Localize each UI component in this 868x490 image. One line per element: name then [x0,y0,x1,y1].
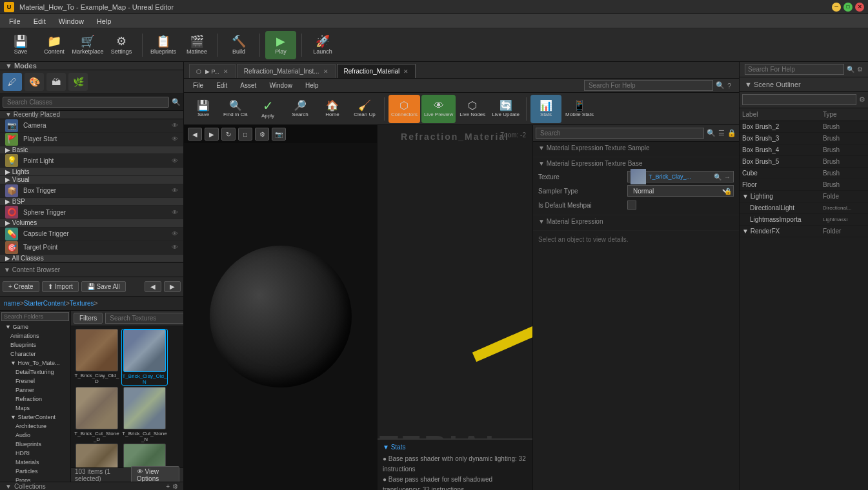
outliner-item-boxbrush3[interactable]: Box Brush_3 Brush [740,133,868,144]
place-item-pointlight[interactable]: 💡 Point Light 👁 [0,154,183,168]
outliner-item-lightmass[interactable]: LightmassImporta Lightmassi [740,214,868,226]
asset-brick-clay-n[interactable]: T_Brick_Clay_Old_N [121,329,168,386]
category-bsp[interactable]: ▶ BSP [0,198,183,206]
outliner-options-icon[interactable]: ⚙ [859,95,865,104]
tb-matinee[interactable]: 🎬Matinee [181,31,212,59]
breadcrumb-home[interactable]: name [4,300,20,307]
cb-import-btn[interactable]: ⬆ Import [42,281,79,292]
minimize-btn[interactable]: ─ [832,3,841,12]
mat-cleanup-btn[interactable]: 🧹Clean Up [349,95,380,123]
folder-particles[interactable]: Particles [0,467,70,476]
texture-arrow-icon[interactable]: → [724,173,731,181]
texture-browse-icon[interactable]: 🔍 [714,173,722,181]
tab-refraction-inst[interactable]: Refraction_Material_Inst... ✕ [237,64,336,78]
folder-architecture[interactable]: Architecture [0,422,70,431]
place-item-playerstart[interactable]: 🚩 Player Start 👁 [0,133,183,146]
mode-landscape[interactable]: 🏔 [46,73,66,91]
tab-map[interactable]: ⬡ ▶ P... ✕ [189,64,236,78]
tb-play[interactable]: ▶Play [265,31,296,59]
place-item-capsuletrigger[interactable]: 💊 Capsule Trigger 👁 [0,228,183,241]
folder-blueprints[interactable]: Blueprints [0,340,70,349]
filters-btn[interactable]: Filters [74,313,103,324]
tb-content[interactable]: 📁Content [39,31,70,59]
details-view-icon[interactable]: ☰ [718,129,725,137]
vp-btn-1[interactable]: ◀ [188,128,202,141]
category-allclasses[interactable]: ▶ All Classes [0,255,183,263]
menu-help[interactable]: Help [90,16,118,26]
mode-place[interactable]: 🖊 [3,73,22,91]
close-btn[interactable]: ✕ [855,3,864,12]
asset-brick-cut-n[interactable]: T_Brick_Cut_Stone_N [121,387,168,442]
folder-audio[interactable]: Audio [0,431,70,440]
menu-window[interactable]: Window [52,16,90,26]
tb-settings[interactable]: ⚙Settings [106,31,137,59]
mat-liveupdate-btn[interactable]: 🔄Live Update [489,95,522,123]
tb-save[interactable]: 💾Save [5,31,36,59]
inner-menu-window[interactable]: Window [263,81,299,90]
outliner-item-lighting[interactable]: ▼ Lighting Folde [740,191,868,202]
place-item-targetpoint[interactable]: 🎯 Target Point 👁 [0,241,183,255]
details-sec3-title[interactable]: ▼ Material Expression [538,218,734,225]
collections-add-icon[interactable]: + [166,483,170,490]
breadcrumb-textures[interactable]: Textures [70,300,94,307]
folder-panner[interactable]: Panner [0,386,70,395]
help-settings-icon[interactable]: ⚙ [857,66,863,73]
outliner-search-input[interactable] [742,94,856,105]
folder-props[interactable]: Props [0,476,70,482]
vp-btn-6[interactable]: 📷 [272,128,286,141]
cb-saveall-btn[interactable]: 💾 Save All [81,281,126,292]
collections-settings-icon[interactable]: ⚙ [172,483,178,490]
content-browser-header[interactable]: ▼ Content Browser [0,263,183,277]
folder-tree[interactable]: ▼ Game Animations Blueprints Character ▼… [0,311,71,482]
folder-character[interactable]: Character [0,349,70,358]
outliner-item-boxbrush4[interactable]: Box Brush_4 Brush [740,144,868,156]
tb-blueprints[interactable]: 📋Blueprints [148,31,179,59]
tab-ri-close[interactable]: ✕ [323,68,328,75]
mat-apply-btn[interactable]: ✓Apply [252,95,283,123]
details-search-input[interactable] [536,128,704,139]
folder-how-to[interactable]: ▼ How_To_Mate... [0,358,70,368]
vp-btn-5[interactable]: ⚙ [255,128,269,141]
inner-menu-file[interactable]: File [187,81,210,90]
vp-btn-4[interactable]: □ [238,128,252,141]
mat-livepreview-btn[interactable]: 👁Live Preview [421,95,456,123]
mat-mobilestats-btn[interactable]: 📱Mobile Stats [563,95,596,123]
folder-search-input[interactable] [1,312,69,321]
details-sec1-title[interactable]: ▼ Material Expression Texture Sample [538,144,734,152]
material-node-editor[interactable]: Refraction_Material Zoom: -2 Refraction_… [378,125,532,490]
mat-search-btn[interactable]: 🔎Search [285,95,316,123]
mat-home-btn[interactable]: 🏠Home [317,95,348,123]
inner-menu-asset[interactable]: Asset [234,81,263,90]
viewport[interactable]: ◀ ▶ ↻ □ ⚙ 📷 [184,125,378,490]
category-volumes[interactable]: ▶ Volumes [0,219,183,228]
cb-back-btn[interactable]: ◀ [145,281,161,292]
mode-paint[interactable]: 🎨 [25,73,44,91]
mode-foliage[interactable]: 🌿 [68,73,88,91]
tab-rm-close[interactable]: ✕ [403,68,409,75]
asset-brick-hewn-m[interactable]: T_Brick_Hewn_Stone_M [121,444,168,467]
folder-fresnel[interactable]: Fresnel [0,377,70,386]
place-item-boxtrigger[interactable]: 📦 Box Trigger 👁 [0,184,183,198]
inner-help-icon[interactable]: ? [727,82,731,90]
folder-blueprints2[interactable]: Blueprints [0,440,70,449]
outliner-item-directional[interactable]: DirectionalLight Directional... [740,202,868,214]
mat-stats-btn[interactable]: 📊Stats [530,95,561,123]
tb-launch[interactable]: 🚀Launch [307,31,338,59]
view-options-btn[interactable]: 👁 View Options [131,466,179,482]
folder-startercontent[interactable]: ▼ StarterContent [0,413,70,422]
category-lights[interactable]: ▶ Lights [0,168,183,176]
folder-detail[interactable]: DetailTexturing [0,368,70,377]
mat-save-btn[interactable]: 💾Save [188,95,219,123]
cb-create-btn[interactable]: + Create [3,281,39,292]
help-search-input[interactable] [745,64,844,75]
asset-brick-cut-d[interactable]: T_Brick_Cut_Stone_D [74,387,120,442]
search-classes-input[interactable] [3,97,169,108]
menu-file[interactable]: File [3,16,27,26]
asset-brick-clay-d[interactable]: T_Brick_Clay_Old_D [74,329,120,386]
tab-refraction-mat[interactable]: Refraction_Material ✕ [337,64,416,78]
vp-btn-3[interactable]: ↻ [221,128,236,141]
inner-menu-edit[interactable]: Edit [210,81,234,90]
outliner-item-boxbrush2[interactable]: Box Brush_2 Brush [740,121,868,133]
meshpaint-checkbox[interactable] [627,201,636,210]
place-item-camera[interactable]: 📷 Camera 👁 [0,119,183,133]
